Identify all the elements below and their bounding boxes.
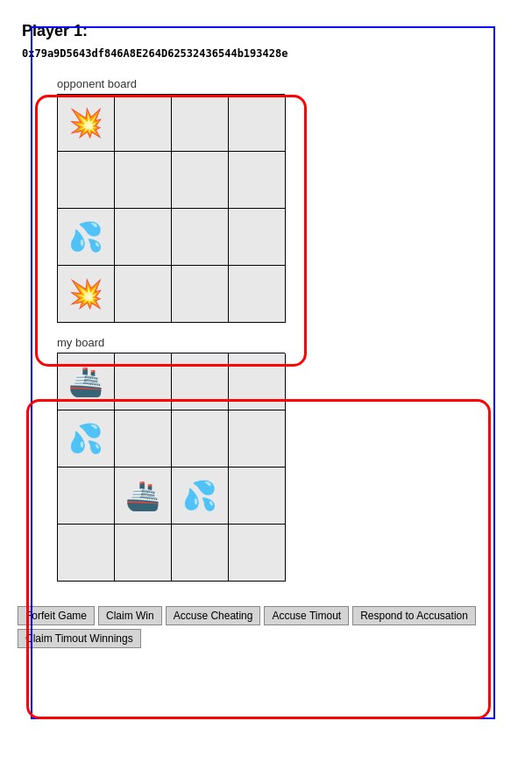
- opponent-cell-1-1[interactable]: [115, 152, 172, 209]
- my-board-section: my board 🚢💦🚢💦: [57, 336, 523, 582]
- opponent-board-section: opponent board 💥💦💥: [57, 77, 523, 323]
- main-container: Player 1: 0x79a9D5643df846A8E264D6253243…: [0, 0, 532, 778]
- buttons-row2: Claim Timout Winnings: [18, 629, 514, 648]
- claim-timout-button[interactable]: Claim Timout Winnings: [18, 629, 141, 648]
- opponent-cell-3-0[interactable]: 💥: [58, 266, 115, 323]
- my-cell-3-0[interactable]: [58, 525, 115, 582]
- my-cell-0-2[interactable]: [172, 353, 229, 410]
- accuse-cheating-button[interactable]: Accuse Cheating: [166, 606, 261, 625]
- opponent-board-grid: 💥💦💥: [57, 94, 285, 323]
- my-cell-3-1[interactable]: [115, 525, 172, 582]
- accuse-timout-button[interactable]: Accuse Timout: [264, 606, 349, 625]
- opponent-cell-0-0[interactable]: 💥: [58, 95, 115, 152]
- my-cell-2-3[interactable]: [229, 468, 286, 525]
- my-cell-1-3[interactable]: [229, 410, 286, 468]
- opponent-cell-0-2[interactable]: [172, 95, 229, 152]
- opponent-cell-2-3[interactable]: [229, 209, 286, 266]
- my-cell-2-1[interactable]: 🚢: [115, 468, 172, 525]
- opponent-cell-0-1[interactable]: [115, 95, 172, 152]
- my-cell-1-2[interactable]: [172, 410, 229, 468]
- opponent-cell-3-2[interactable]: [172, 266, 229, 323]
- my-cell-0-3[interactable]: [229, 353, 286, 410]
- my-cell-0-1[interactable]: [115, 353, 172, 410]
- my-cell-3-2[interactable]: [172, 525, 229, 582]
- claim-win-button[interactable]: Claim Win: [98, 606, 162, 625]
- respond-accusation-button[interactable]: Respond to Accusation: [352, 606, 476, 625]
- opponent-cell-3-3[interactable]: [229, 266, 286, 323]
- opponent-cell-1-0[interactable]: [58, 152, 115, 209]
- my-board-grid: 🚢💦🚢💦: [57, 353, 285, 582]
- my-cell-0-0[interactable]: 🚢: [58, 353, 115, 410]
- opponent-cell-2-2[interactable]: [172, 209, 229, 266]
- opponent-cell-2-0[interactable]: 💦: [58, 209, 115, 266]
- opponent-cell-0-3[interactable]: [229, 95, 286, 152]
- buttons-row1: Forfeit Game Claim Win Accuse Cheating A…: [18, 606, 514, 625]
- my-cell-1-0[interactable]: 💦: [58, 410, 115, 468]
- my-board-label: my board: [57, 336, 523, 349]
- my-cell-3-3[interactable]: [229, 525, 286, 582]
- opponent-cell-1-3[interactable]: [229, 152, 286, 209]
- my-cell-1-1[interactable]: [115, 410, 172, 468]
- opponent-cell-3-1[interactable]: [115, 266, 172, 323]
- opponent-cell-2-1[interactable]: [115, 209, 172, 266]
- player-title: Player 1:: [22, 22, 510, 40]
- forfeit-game-button[interactable]: Forfeit Game: [18, 606, 95, 625]
- my-cell-2-2[interactable]: 💦: [172, 468, 229, 525]
- opponent-board-label: opponent board: [57, 77, 523, 90]
- my-cell-2-0[interactable]: [58, 468, 115, 525]
- player-address: 0x79a9D5643df846A8E264D62532436544b19342…: [22, 47, 510, 60]
- opponent-cell-1-2[interactable]: [172, 152, 229, 209]
